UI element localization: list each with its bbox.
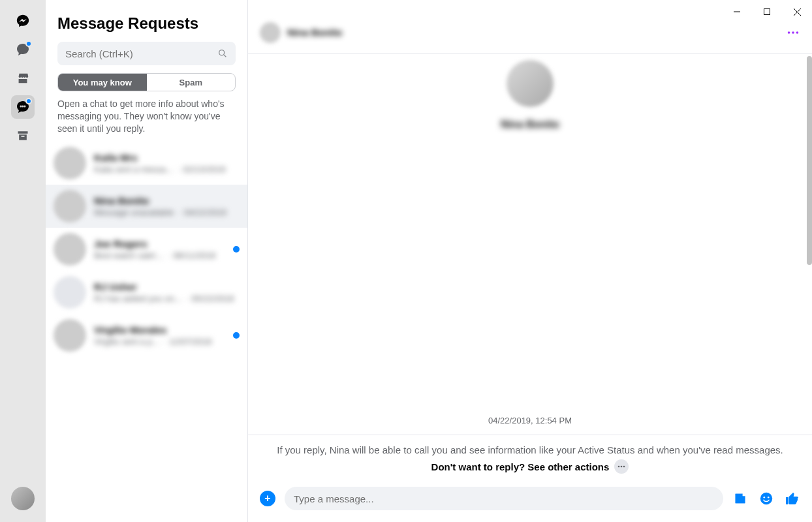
close-button[interactable] — [782, 0, 812, 23]
scrollbar[interactable] — [807, 56, 812, 265]
maximize-button[interactable] — [752, 0, 782, 23]
archive-nav-icon[interactable] — [11, 124, 35, 147]
sticker-icon[interactable] — [731, 489, 749, 508]
svg-point-14 — [768, 497, 770, 499]
request-item[interactable]: RJ Usher RJ has added you on...·05/22/20… — [46, 271, 247, 314]
unread-dot-icon — [25, 40, 32, 47]
search-input[interactable] — [65, 48, 217, 59]
request-name: RJ Usher — [94, 281, 240, 292]
message-input-container[interactable] — [285, 487, 723, 510]
sidebar: Message Requests You may know Spam Open … — [46, 0, 248, 522]
segment-spam[interactable]: Spam — [147, 74, 236, 91]
request-name: Nina Bonito — [94, 195, 240, 206]
other-actions-label: Don't want to reply? See other actions — [431, 461, 610, 472]
window-controls — [722, 0, 812, 23]
unread-dot-icon — [233, 332, 240, 339]
request-item[interactable]: Joe Rogers Best watch sale!...·08/11/201… — [46, 228, 247, 271]
search-field[interactable] — [57, 42, 236, 65]
request-name: Virgilio Morales — [94, 324, 228, 335]
composer: + — [248, 479, 812, 522]
svg-point-6 — [788, 31, 790, 34]
svg-point-10 — [621, 466, 623, 468]
message-requests-nav-icon[interactable] — [11, 95, 35, 119]
avatar — [54, 276, 86, 309]
open-actions-button[interactable]: + — [258, 489, 277, 508]
svg-rect-1 — [764, 9, 770, 15]
more-options-icon[interactable] — [786, 25, 800, 40]
other-actions-button[interactable] — [614, 459, 629, 474]
avatar — [54, 319, 86, 352]
minimize-button[interactable] — [722, 0, 752, 23]
unread-dot-icon — [233, 246, 240, 253]
svg-point-12 — [760, 493, 772, 504]
request-name: Joe Rogers — [94, 238, 228, 249]
conversation-body: Nina Bonito 04/22/2019, 12:54 PM — [248, 54, 812, 435]
privacy-text: If you reply, Nina will be able to call … — [264, 444, 796, 455]
sidebar-info-text: Open a chat to get more info about who's… — [46, 98, 247, 142]
conversation-title: Nina Bonito — [287, 27, 342, 38]
search-icon — [217, 48, 228, 59]
avatar — [54, 147, 86, 179]
sidebar-title: Message Requests — [46, 0, 247, 42]
request-item[interactable]: Virgilio Morales Virgilio sent a p...·12… — [46, 314, 247, 357]
filter-segment: You may know Spam — [57, 73, 236, 91]
privacy-notice: If you reply, Nina will be able to call … — [248, 435, 812, 479]
profile-name: Nina Bonito — [501, 119, 559, 130]
marketplace-nav-icon[interactable] — [11, 67, 35, 90]
request-item[interactable]: Nina Bonito Message unavailable·04/22/20… — [46, 185, 247, 228]
messenger-logo-icon[interactable] — [11, 9, 35, 33]
avatar — [54, 233, 86, 266]
user-avatar[interactable] — [11, 487, 35, 510]
avatar — [54, 190, 86, 223]
request-item[interactable]: Kaila Mrs Kaila sent a messa...·02/13/20… — [46, 142, 247, 185]
segment-you-may-know[interactable]: You may know — [58, 74, 147, 91]
like-icon[interactable] — [783, 489, 802, 508]
svg-line-5 — [224, 55, 226, 57]
svg-point-4 — [219, 50, 225, 55]
chats-nav-icon[interactable] — [11, 38, 35, 61]
svg-point-11 — [623, 466, 625, 468]
emoji-icon[interactable] — [757, 489, 775, 508]
message-input[interactable] — [294, 493, 714, 504]
unread-dot-icon — [25, 98, 32, 104]
request-list: Kaila Mrs Kaila sent a messa...·02/13/20… — [46, 142, 247, 522]
svg-point-9 — [618, 466, 620, 468]
avatar[interactable] — [260, 22, 281, 43]
request-name: Kaila Mrs — [94, 152, 240, 163]
profile-avatar[interactable] — [507, 60, 554, 107]
message-timestamp: 04/22/2019, 12:54 PM — [488, 397, 572, 435]
svg-point-13 — [764, 497, 766, 499]
svg-point-7 — [792, 31, 794, 34]
svg-point-8 — [796, 31, 799, 34]
nav-rail — [0, 0, 46, 522]
conversation-pane: Nina Bonito Nina Bonito 04/22/2019, 12:5… — [248, 0, 812, 522]
